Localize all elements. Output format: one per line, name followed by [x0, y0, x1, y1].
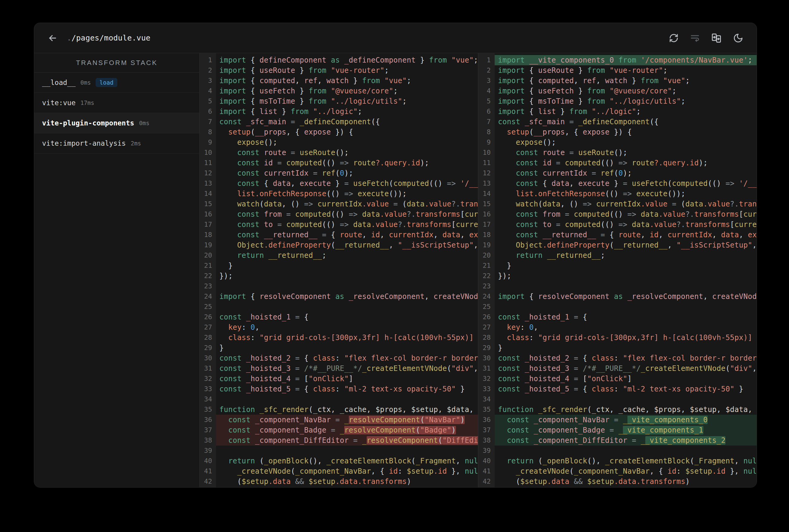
- code-line: [216, 302, 478, 312]
- line-number: 37: [478, 425, 495, 435]
- header-actions: [669, 33, 743, 43]
- line-number: 30: [478, 353, 495, 363]
- code-line: [495, 445, 757, 456]
- code-line: const route = useRoute();: [495, 148, 757, 158]
- diff-pane-after[interactable]: 1234567891011121314151617181920212223242…: [478, 53, 757, 487]
- line-number: 29: [478, 343, 495, 353]
- line-number: 25: [200, 302, 216, 312]
- line-number: 24: [478, 291, 495, 302]
- line-number: 24: [200, 291, 216, 302]
- line-number: 9: [478, 137, 495, 148]
- line-number: 37: [200, 425, 216, 435]
- code-line: setup(__props, { expose }) {: [216, 127, 478, 137]
- code-lines: import __vite_components_0 from '/compon…: [495, 53, 757, 487]
- line-number: 28: [200, 332, 216, 343]
- code-line: const _component_NavBar = _resolveCompon…: [216, 415, 478, 425]
- line-number: 39: [200, 445, 216, 456]
- line-number: 15: [478, 199, 495, 209]
- line-number: 10: [200, 148, 216, 158]
- code-line: list.onFetchResponse(() => execute());: [495, 189, 757, 199]
- line-number: 11: [200, 158, 216, 168]
- code-line: import { computed, ref, watch } from "vu…: [495, 76, 757, 86]
- code-line: const route = useRoute();: [216, 148, 478, 158]
- code-line: const _hoisted_4 = ["onClick"]: [216, 374, 478, 384]
- diff-pane-before[interactable]: 1234567891011121314151617181920212223242…: [200, 53, 478, 487]
- line-number: 42: [200, 476, 216, 487]
- line-number-gutter: 1234567891011121314151617181920212223242…: [478, 53, 495, 487]
- line-number: 16: [200, 209, 216, 220]
- line-number: 34: [200, 394, 216, 404]
- line-number: 5: [478, 96, 495, 107]
- code-line: function _sfc_render(_ctx, _cache, $prop…: [495, 404, 757, 415]
- code-line: const from = computed(() => data.value?.…: [495, 209, 757, 220]
- line-number: 39: [478, 445, 495, 456]
- line-number: 6: [200, 107, 216, 117]
- transform-item-vite-plugin-components[interactable]: vite-plugin-components0ms: [34, 113, 199, 133]
- transform-name: __load__: [42, 79, 76, 87]
- code-line: class: "grid grid-cols-[300px,3fr] h-[ca…: [216, 332, 478, 343]
- line-number: 33: [200, 384, 216, 394]
- code-line: return __returned__;: [495, 250, 757, 261]
- line-number: 12: [478, 168, 495, 178]
- line-number: 30: [200, 353, 216, 363]
- line-number: 41: [200, 466, 216, 476]
- code-line: const _component_DiffEditor = __vite_com…: [495, 435, 757, 445]
- transform-stack-panel: TRANSFORM STACK __load__0msloadvite:vue1…: [34, 53, 200, 487]
- code-line: [495, 394, 757, 404]
- diff-view: 1234567891011121314151617181920212223242…: [200, 53, 757, 487]
- code-line: const _hoisted_5 = { class: "ml-2 text-x…: [216, 384, 478, 394]
- inline-diff-icon: [690, 33, 700, 43]
- code-line: const to = computed(() => data.value?.tr…: [216, 220, 478, 230]
- code-line: }: [216, 261, 478, 271]
- line-number: 29: [200, 343, 216, 353]
- code-line: key: 0,: [216, 322, 478, 332]
- transform-item-vite-import-analysis[interactable]: vite:import-analysis2ms: [34, 133, 199, 154]
- side-by-side-toggle-button[interactable]: [711, 33, 721, 43]
- refresh-button[interactable]: [669, 33, 679, 43]
- code-line: const _component_Badge = _resolveCompone…: [216, 425, 478, 435]
- code-line: [495, 281, 757, 291]
- line-number: 22: [200, 271, 216, 281]
- line-number: 40: [478, 456, 495, 466]
- code-line: import { list } from "../logic";: [495, 107, 757, 117]
- line-number: 1: [200, 55, 216, 65]
- line-number: 17: [200, 220, 216, 230]
- code-line: ($setup.data && $setup.data.transforms): [216, 476, 478, 487]
- inline-diff-toggle-button[interactable]: [690, 33, 700, 43]
- line-number: 22: [478, 271, 495, 281]
- code-lines: import { defineComponent as _defineCompo…: [216, 53, 478, 487]
- line-number: 25: [478, 302, 495, 312]
- line-number: 23: [478, 281, 495, 291]
- code-line: _createVNode(_component_NavBar, { id: $s…: [216, 466, 478, 476]
- transform-item-vite-vue[interactable]: vite:vue17ms: [34, 93, 199, 113]
- line-number: 13: [478, 178, 495, 189]
- line-number: 7: [478, 117, 495, 127]
- line-number: 23: [200, 281, 216, 291]
- code-line: [216, 445, 478, 456]
- line-number: 31: [200, 363, 216, 374]
- code-line: const _hoisted_3 = /*#__PURE__*/_createE…: [216, 363, 478, 374]
- code-line: return (_openBlock(), _createElementBloc…: [216, 456, 478, 466]
- line-number: 16: [478, 209, 495, 220]
- line-number: 42: [478, 476, 495, 487]
- code-line: const _sfc_main = _defineComponent({: [216, 117, 478, 127]
- back-button[interactable]: [48, 33, 58, 43]
- code-line: }: [216, 343, 478, 353]
- code-line: const _component_Badge = __vite_componen…: [495, 425, 757, 435]
- transform-item-load[interactable]: __load__0msload: [34, 73, 199, 93]
- code-line: return (_openBlock(), _createElementBloc…: [495, 456, 757, 466]
- line-number: 33: [478, 384, 495, 394]
- title-prefix: .: [67, 34, 71, 42]
- line-number: 26: [478, 312, 495, 322]
- code-line: import { list } from "../logic";: [216, 107, 478, 117]
- line-number: 3: [478, 76, 495, 86]
- line-number: 38: [478, 435, 495, 445]
- line-number: 18: [478, 230, 495, 240]
- line-number: 14: [478, 189, 495, 199]
- code-line: }: [495, 343, 757, 353]
- line-number: 8: [478, 127, 495, 137]
- theme-toggle-button[interactable]: [733, 33, 743, 43]
- line-number: 20: [200, 250, 216, 261]
- code-line: }: [495, 261, 757, 271]
- code-line: class: "grid grid-cols-[300px,3fr] h-[ca…: [495, 332, 757, 343]
